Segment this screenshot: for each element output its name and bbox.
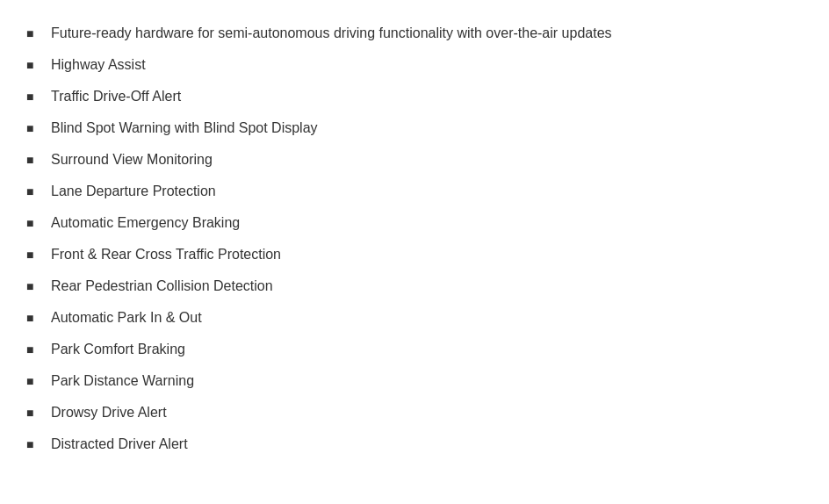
item-label: Automatic Park In & Out [51,307,202,328]
list-item: ■Traffic Drive-Off Alert [26,81,803,112]
bullet-icon: ■ [26,88,42,106]
list-item: ■Blind Spot Warning with Blind Spot Disp… [26,112,803,144]
list-item: ■Future-ready hardware for semi-autonomo… [26,18,803,49]
list-item: ■Automatic Park In & Out [26,302,803,334]
bullet-icon: ■ [26,25,42,43]
bullet-icon: ■ [26,151,42,169]
list-item: ■Automatic Emergency Braking [26,207,803,239]
item-label: Distracted Driver Alert [51,434,188,455]
list-item: ■Front & Rear Cross Traffic Protection [26,239,803,270]
list-item: ■Rear Pedestrian Collision Detection [26,270,803,302]
list-item: ■Drowsy Drive Alert [26,397,803,428]
bullet-icon: ■ [26,214,42,233]
list-item: ■Park Distance Warning [26,365,803,397]
bullet-icon: ■ [26,404,42,422]
bullet-icon: ■ [26,372,42,391]
bullet-icon: ■ [26,436,42,454]
list-item: ■Surround View Monitoring [26,144,803,176]
bullet-icon: ■ [26,309,42,328]
item-label: Drowsy Drive Alert [51,402,167,423]
item-label: Highway Assist [51,54,146,76]
list-item: ■Distracted Driver Alert [26,428,803,460]
item-label: Lane Departure Protection [51,181,216,202]
item-label: Surround View Monitoring [51,149,213,170]
list-item: ■Highway Assist [26,49,803,81]
bullet-icon: ■ [26,56,42,75]
bullet-icon: ■ [26,277,42,296]
item-label: Rear Pedestrian Collision Detection [51,276,273,297]
item-label: Front & Rear Cross Traffic Protection [51,244,281,265]
item-label: Park Comfort Braking [51,339,185,360]
bullet-icon: ■ [26,119,42,138]
item-label: Park Distance Warning [51,371,194,392]
item-label: Future-ready hardware for semi-autonomou… [51,23,612,44]
item-label: Traffic Drive-Off Alert [51,86,181,107]
feature-list: ■Future-ready hardware for semi-autonomo… [26,18,803,460]
bullet-icon: ■ [26,341,42,359]
item-label: Blind Spot Warning with Blind Spot Displ… [51,118,318,139]
list-item: ■Lane Departure Protection [26,176,803,207]
bullet-icon: ■ [26,246,42,264]
item-label: Automatic Emergency Braking [51,212,240,234]
list-item: ■Park Comfort Braking [26,334,803,365]
bullet-icon: ■ [26,183,42,201]
